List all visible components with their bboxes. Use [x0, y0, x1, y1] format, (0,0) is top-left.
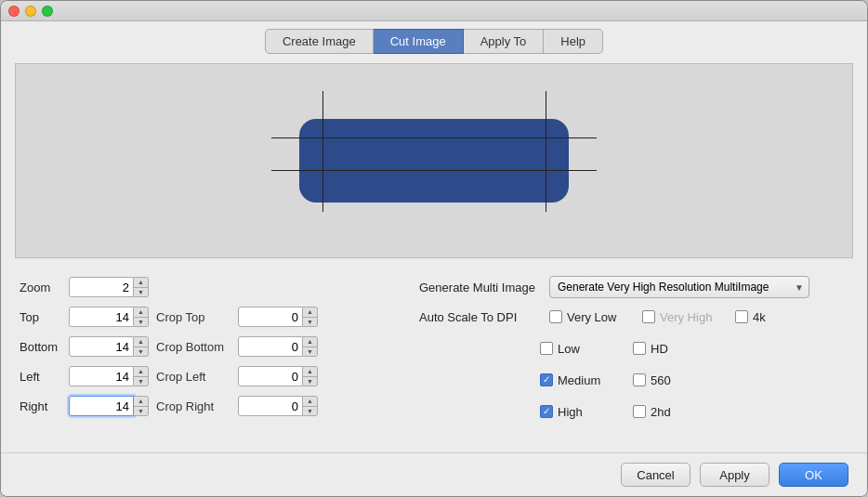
- top-stepper-up[interactable]: ▲: [134, 307, 148, 318]
- crop-right-input-wrap: ▲ ▼: [238, 396, 318, 416]
- right-stepper: ▲ ▼: [134, 396, 149, 416]
- zoom-stepper: ▲ ▼: [134, 277, 149, 297]
- checkbox-very-high-input[interactable]: [642, 310, 655, 323]
- crop-top-stepper: ▲ ▼: [303, 307, 318, 327]
- crop-left-input-wrap: ▲ ▼: [238, 366, 318, 386]
- crop-left-stepper-down[interactable]: ▼: [303, 377, 317, 386]
- bottom-label: Bottom: [20, 340, 61, 354]
- right-input[interactable]: [69, 396, 134, 416]
- maximize-button[interactable]: [42, 6, 53, 17]
- gen-select[interactable]: Generate Very High Resolution MultiImage…: [549, 276, 809, 298]
- checkbox-low: Low: [540, 342, 624, 356]
- apply-button[interactable]: Apply: [700, 463, 769, 487]
- checkbox-2hd-input[interactable]: [633, 405, 646, 418]
- checkbox-medium: Medium: [540, 373, 624, 387]
- top-stepper-down[interactable]: ▼: [134, 318, 148, 327]
- checkbox-560: 560: [633, 373, 717, 387]
- checkbox-hd-input[interactable]: [633, 342, 646, 355]
- ok-button[interactable]: OK: [779, 463, 848, 487]
- left-input-wrap: ▲ ▼: [69, 366, 149, 386]
- crop-right-input[interactable]: [238, 396, 303, 416]
- checkbox-4k: 4k: [735, 310, 819, 324]
- auto-scale-row: Auto Scale To DPI Very Low Very High 4k: [419, 305, 848, 329]
- bottom-stepper: ▲ ▼: [134, 336, 149, 357]
- top-input-wrap: ▲ ▼: [69, 307, 149, 327]
- right-stepper-up[interactable]: ▲: [134, 397, 148, 407]
- canvas-area: [15, 63, 853, 258]
- crop-top-stepper-down[interactable]: ▼: [303, 318, 317, 327]
- crop-bottom-label: Crop Bottom: [156, 340, 230, 354]
- crop-top-input[interactable]: [238, 307, 303, 327]
- crosshair-horizontal-2: [271, 170, 597, 171]
- crop-right-stepper-up[interactable]: ▲: [303, 397, 317, 407]
- zoom-label: Zoom: [20, 281, 61, 294]
- cancel-button[interactable]: Cancel: [621, 463, 690, 487]
- left-stepper: ▲ ▼: [134, 366, 149, 386]
- main-window: Create Image Cut Image Apply To Help Zoo…: [0, 0, 868, 497]
- left-stepper-down[interactable]: ▼: [134, 377, 148, 386]
- checkbox-2hd-label: 2hd: [651, 405, 671, 419]
- checkbox-560-input[interactable]: [633, 373, 646, 386]
- zoom-input-wrap: ▲ ▼: [69, 277, 149, 297]
- crop-bottom-input[interactable]: [238, 336, 303, 357]
- close-button[interactable]: [8, 6, 20, 17]
- checkbox-very-high-label: Very High: [660, 310, 712, 324]
- zoom-stepper-down[interactable]: ▼: [134, 288, 148, 297]
- tab-cut-image[interactable]: Cut Image: [374, 29, 464, 54]
- zoom-input[interactable]: [69, 277, 134, 297]
- minimize-button[interactable]: [25, 6, 36, 17]
- gen-select-wrap: Generate Very High Resolution MultiImage…: [549, 276, 809, 298]
- checkbox-low-label: Low: [558, 342, 580, 356]
- crop-left-stepper-up[interactable]: ▲: [303, 367, 317, 377]
- top-row: Top ▲ ▼ Crop Top ▲ ▼: [20, 305, 401, 329]
- crosshair-horizontal-1: [271, 137, 597, 138]
- checkbox-4k-input[interactable]: [735, 310, 748, 323]
- checkbox-medium-input[interactable]: [540, 373, 553, 386]
- crop-right-label: Crop Right: [156, 399, 230, 413]
- top-input[interactable]: [69, 307, 134, 327]
- gen-multi-label: Generate Multi Image: [419, 281, 540, 294]
- crop-left-label: Crop Left: [156, 370, 230, 384]
- crop-top-label: Crop Top: [156, 310, 230, 324]
- checkbox-high: High: [540, 405, 624, 419]
- left-label: Left: [20, 370, 61, 384]
- zoom-row: Zoom ▲ ▼: [20, 275, 401, 299]
- zoom-stepper-up[interactable]: ▲: [134, 278, 148, 288]
- gen-multi-row: Generate Multi Image Generate Very High …: [419, 275, 848, 299]
- crop-right-stepper-down[interactable]: ▼: [303, 407, 317, 416]
- crop-top-stepper-up[interactable]: ▲: [303, 307, 317, 318]
- checkbox-low-input[interactable]: [540, 342, 553, 355]
- tab-create-image[interactable]: Create Image: [265, 29, 374, 54]
- crop-bottom-stepper: ▲ ▼: [303, 336, 318, 357]
- bottom-row: Bottom ▲ ▼ Crop Bottom ▲ ▼: [20, 334, 401, 359]
- crop-bottom-input-wrap: ▲ ▼: [238, 336, 318, 357]
- checkbox-very-low-input[interactable]: [549, 310, 562, 323]
- checkbox-2hd: 2hd: [633, 405, 717, 419]
- tab-bar: Create Image Cut Image Apply To Help: [1, 21, 867, 54]
- right-label: Right: [20, 399, 61, 413]
- top-label: Top: [20, 310, 61, 324]
- crop-left-input[interactable]: [238, 366, 303, 386]
- crop-bottom-stepper-up[interactable]: ▲: [303, 337, 317, 347]
- checkbox-hd-label: HD: [651, 342, 668, 356]
- top-stepper: ▲ ▼: [134, 307, 149, 327]
- right-input-wrap: ▲ ▼: [69, 396, 149, 416]
- right-controls: Generate Multi Image Generate Very High …: [419, 275, 848, 445]
- bottom-stepper-up[interactable]: ▲: [134, 337, 148, 347]
- checkbox-560-label: 560: [651, 373, 671, 387]
- image-shape: [299, 119, 569, 203]
- checkbox-high-input[interactable]: [540, 405, 553, 418]
- left-input[interactable]: [69, 366, 134, 386]
- crop-bottom-stepper-down[interactable]: ▼: [303, 347, 317, 357]
- tab-apply-to[interactable]: Apply To: [464, 29, 545, 54]
- tab-help[interactable]: Help: [544, 29, 603, 54]
- checkbox-4k-label: 4k: [753, 310, 766, 324]
- left-stepper-up[interactable]: ▲: [134, 367, 148, 377]
- bottom-stepper-down[interactable]: ▼: [134, 347, 148, 357]
- canvas-image: [299, 110, 569, 212]
- right-stepper-down[interactable]: ▼: [134, 407, 148, 416]
- title-bar: [1, 1, 867, 21]
- bottom-input[interactable]: [69, 336, 134, 357]
- crop-top-input-wrap: ▲ ▼: [238, 307, 318, 327]
- checkbox-very-low: Very Low: [549, 310, 633, 324]
